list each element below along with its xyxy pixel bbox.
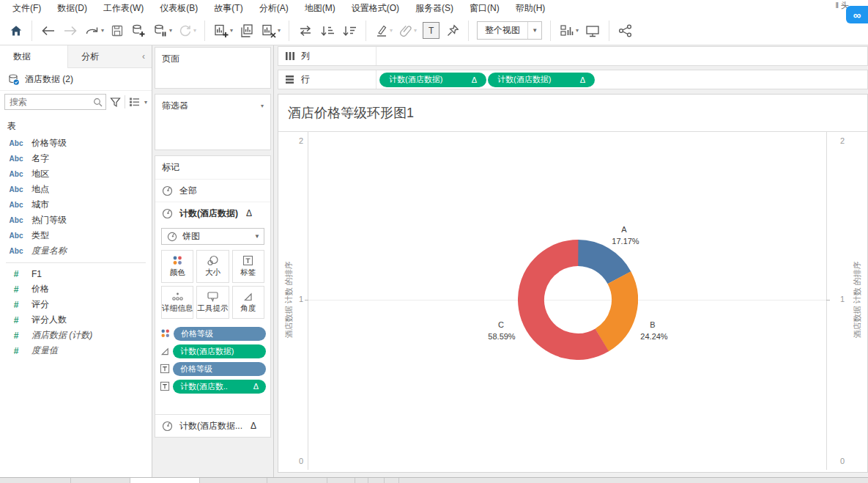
pill-label-price-level[interactable]: 价格等级 — [173, 362, 266, 376]
presentation-mode-button[interactable] — [582, 21, 604, 41]
pill-angle-count-hotel[interactable]: 计数(酒店数据) — [173, 344, 266, 358]
refresh-button[interactable]: ▾ — [175, 21, 199, 41]
rows-pill-count-hotel-1[interactable]: 计数(酒店数据)Δ — [379, 73, 486, 87]
field-rating[interactable]: #评分 — [0, 297, 152, 312]
fit-selector[interactable]: 整个视图 ▼ — [477, 21, 542, 40]
share-button[interactable] — [615, 21, 637, 41]
field-hotel-count[interactable]: #酒店数据 (计数) — [0, 328, 152, 343]
rows-shelf-icon — [285, 75, 295, 84]
columns-shelf[interactable]: 列 — [278, 46, 868, 66]
swap-axes-button[interactable] — [294, 21, 316, 41]
show-labels-toggle[interactable]: T — [420, 21, 442, 41]
color-button[interactable]: 颜色 — [161, 250, 193, 283]
field-region[interactable]: Abc地区 — [0, 166, 152, 182]
field-popularity[interactable]: Abc热门等级 — [0, 213, 152, 228]
save-button[interactable] — [107, 21, 127, 41]
marks-card: 标记 全部 计数(酒店数据) Δ 饼图 ▼ 颜色 — [155, 155, 271, 438]
filter-fields-icon[interactable] — [110, 97, 121, 108]
tab-data[interactable]: 数据 — [0, 45, 67, 68]
marks-buttons: 颜色 大小 标签 详细信息 工具提示 — [161, 250, 264, 319]
marks-tab-count-hotel-2[interactable]: 计数(酒店数据... Δ — [155, 414, 270, 437]
right-axis[interactable]: 2 1 0 酒店数据 计数 的排序 — [826, 131, 868, 472]
field-f1[interactable]: #F1 — [0, 266, 152, 281]
new-datasource-button[interactable] — [127, 21, 149, 41]
pause-updates-button[interactable]: ▾ — [149, 21, 175, 41]
field-location[interactable]: Abc地点 — [0, 182, 152, 197]
filters-caret-icon[interactable]: ▾ — [261, 103, 264, 109]
color-icon — [160, 328, 171, 339]
mark-type-select[interactable]: 饼图 ▼ — [161, 228, 264, 245]
size-button[interactable]: 大小 — [196, 250, 229, 283]
rows-shelf[interactable]: 行 计数(酒店数据)Δ 计数(酒店数据)Δ — [278, 70, 868, 89]
rows-pill-count-hotel-2[interactable]: 计数(酒店数据)Δ — [488, 73, 595, 87]
detail-button[interactable]: 详细信息 — [161, 286, 193, 319]
mark-type-caret-icon[interactable]: ▼ — [251, 229, 264, 244]
pill-label-count-hotel[interactable]: 计数(酒店数..Δ — [173, 380, 266, 394]
field-name[interactable]: Abc名字 — [0, 151, 152, 166]
pages-card[interactable]: 页面 — [155, 47, 271, 89]
new-worksheet-button[interactable]: ▾ — [210, 21, 236, 41]
text-field-icon: Abc — [7, 170, 25, 178]
label-button[interactable]: 标签 — [232, 250, 264, 283]
field-price-level[interactable]: Abc价格等级 — [0, 136, 152, 151]
show-cards-button[interactable]: ▾ — [556, 21, 582, 41]
pill-color-price-level[interactable]: 价格等级 — [174, 327, 266, 341]
angle-button[interactable]: 角度 — [232, 286, 264, 319]
menu-data[interactable]: 数据(D) — [49, 1, 95, 16]
chart-pane[interactable]: A 17.17% B 24.24% C 58.59% — [308, 131, 827, 470]
menu-worksheet[interactable]: 工作表(W) — [95, 1, 152, 16]
text-field-icon: Abc — [7, 247, 25, 255]
marks-tab-all[interactable]: 全部 — [155, 179, 270, 202]
duplicate-sheet-button[interactable] — [236, 21, 258, 41]
field-measure-values[interactable]: #度量值 — [0, 343, 152, 358]
number-field-icon: # — [7, 284, 25, 295]
field-type[interactable]: Abc类型 — [0, 228, 152, 243]
text-field-icon: Abc — [7, 155, 25, 163]
view-options-caret-icon[interactable]: ▾ — [144, 99, 147, 106]
pane-tabs: 数据 分析 ‹ — [0, 45, 152, 68]
menu-help[interactable]: 帮助(H) — [508, 1, 554, 16]
menu-dashboard[interactable]: 仪表板(B) — [152, 1, 206, 16]
left-axis-tick-2: 2 — [299, 136, 303, 145]
tab-analytics[interactable]: 分析 — [67, 45, 136, 68]
sort-ascending-button[interactable] — [316, 21, 338, 41]
field-city[interactable]: Abc城市 — [0, 197, 152, 213]
attach-button[interactable]: ▾ — [396, 21, 420, 41]
forward-button[interactable] — [59, 21, 81, 41]
marks-tab-count-hotel[interactable]: 计数(酒店数据) Δ — [155, 202, 270, 224]
field-rating-count[interactable]: #评分人数 — [0, 312, 152, 328]
menu-map[interactable]: 地图(M) — [297, 1, 344, 16]
bottom-tab-strip[interactable] — [0, 477, 868, 483]
worksheet-title-bar[interactable]: 酒店价格等级环形图1 — [278, 95, 867, 132]
menu-format[interactable]: 设置格式(O) — [344, 1, 407, 16]
datasource-item[interactable]: 酒店数据 (2) — [0, 68, 152, 91]
menu-window[interactable]: 窗口(N) — [461, 1, 508, 16]
clear-sheet-button[interactable]: ▾ — [258, 21, 283, 41]
filters-card[interactable]: 筛选器 ▾ — [155, 94, 271, 150]
menu-analysis[interactable]: 分析(A) — [251, 1, 297, 16]
pin-button[interactable] — [442, 21, 463, 41]
search-input-wrap[interactable] — [4, 94, 106, 110]
sort-descending-button[interactable] — [338, 21, 360, 41]
home-button[interactable] — [6, 21, 26, 41]
main-area: 数据 分析 ‹ 酒店数据 (2) ▾ 表 Abc价格等级 Abc名字 Abc地区… — [0, 45, 868, 478]
back-button[interactable] — [37, 21, 59, 41]
swap-axes-icon — [297, 23, 314, 38]
redo-button[interactable]: ▾ — [81, 21, 107, 41]
table-calc-delta-icon: Δ — [251, 421, 256, 431]
field-measure-names[interactable]: Abc度量名称 — [0, 243, 152, 259]
field-price[interactable]: #价格 — [0, 281, 152, 297]
menu-file[interactable]: 文件(F) — [4, 1, 49, 16]
menu-server[interactable]: 服务器(S) — [407, 1, 461, 16]
overlay-infinity-badge[interactable]: ∞ — [846, 6, 868, 23]
menu-bar: 文件(F) 数据(D) 工作表(W) 仪表板(B) 故事(T) 分析(A) 地图… — [0, 0, 868, 16]
fit-selector-caret-icon[interactable]: ▼ — [527, 22, 541, 39]
collapse-pane-button[interactable]: ‹ — [136, 45, 152, 68]
filters-card-label: 筛选器 — [162, 100, 188, 112]
search-input[interactable] — [8, 96, 93, 108]
highlight-button[interactable]: ▾ — [371, 21, 396, 41]
left-axis[interactable]: 2 1 0 酒店数据 计数 的排序 — [278, 131, 308, 472]
menu-story[interactable]: 故事(T) — [206, 1, 251, 16]
tooltip-button[interactable]: 工具提示 — [196, 286, 229, 319]
view-options-icon[interactable] — [129, 97, 140, 107]
